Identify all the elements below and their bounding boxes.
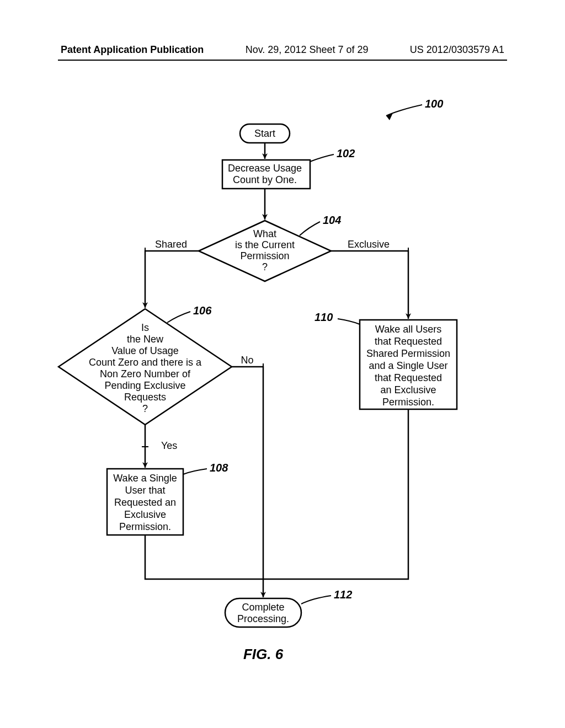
box102-l1: Decrease Usage [228,163,302,174]
figure-label: FIG. 6 [243,646,284,662]
d106-l1: Is [141,322,149,333]
flowchart: 100 Start Decrease Usage Count by One. 1… [0,61,565,667]
edge-106-no: No [232,355,263,579]
b108-l2: User that [125,485,165,496]
b108-l3: Requested an [114,497,176,508]
ref-112: 112 [301,588,352,604]
header-right: US 2012/0303579 A1 [410,44,504,56]
b108-l1: Wake a Single [113,473,177,484]
edge-no-label: No [241,355,253,366]
edge-110-junction [263,409,408,579]
d106-l7: Requests [124,392,166,403]
ref-106: 106 [167,304,212,323]
ref-110: 110 [315,311,360,324]
ref-100-text: 100 [425,98,443,110]
end-l1: Complete [242,602,284,613]
box102-l2: Count by One. [233,174,297,185]
ref-108-text: 108 [210,462,228,474]
ref-106-text: 106 [193,304,212,317]
b108-l4: Exclusive [124,509,166,520]
ref-104-text: 104 [323,214,341,226]
d106-l5: Non Zero Number of [100,368,191,379]
b110-l1: Wake all Users [375,324,441,335]
ref-110-text: 110 [315,311,333,323]
box-110: Wake all Users that Requested Shared Per… [360,320,457,409]
d106-l2: the New [127,334,164,345]
edge-108-junction [145,535,263,579]
d106-l6: Pending Exclusive [104,380,185,391]
d106-l3: Value of Usage [111,345,179,356]
b108-l5: Permission. [119,521,171,532]
d106-l4: Count Zero and there is a [89,357,202,368]
b110-l6: an Exclusive [380,384,436,395]
ref-100: 100 [386,98,443,120]
b110-l4: and a Single User [369,360,447,371]
edge-106-yes: Yes [142,425,177,468]
ref-104: 104 [300,214,341,235]
header-left: Patent Application Publication [61,44,204,56]
d106-l8: ? [142,403,148,414]
b110-l5: that Requested [375,372,442,383]
ref-108: 108 [183,462,228,474]
edge-exclusive-label: Exclusive [348,239,390,250]
ref-102-text: 102 [337,147,355,159]
start-node: Start [240,124,290,143]
d104-l2: is the Current [235,239,295,250]
box-108: Wake a Single User that Requested an Exc… [107,469,183,535]
diamond-104: What is the Current Permission ? [199,221,331,281]
b110-l3: Shared Permission [366,348,450,359]
edge-shared-label: Shared [155,239,187,250]
d104-l4: ? [262,261,268,272]
start-text: Start [254,128,275,139]
diamond-106: Is the New Value of Usage Count Zero and… [58,309,232,425]
b110-l7: Permission. [382,397,434,408]
b110-l2: that Requested [375,336,442,347]
ref-102: 102 [310,147,355,162]
page-header: Patent Application Publication Nov. 29, … [0,44,565,56]
ref-112-text: 112 [334,588,352,601]
edge-104-exclusive: Exclusive [331,239,408,319]
d104-l3: Permission [240,250,289,261]
end-l2: Processing. [237,613,289,624]
end-node: Complete Processing. [225,598,301,627]
edge-104-shared: Shared [145,239,199,308]
edge-yes-label: Yes [161,440,177,451]
d104-l1: What [253,228,276,239]
box-102: Decrease Usage Count by One. [222,160,310,189]
header-center: Nov. 29, 2012 Sheet 7 of 29 [246,44,369,56]
